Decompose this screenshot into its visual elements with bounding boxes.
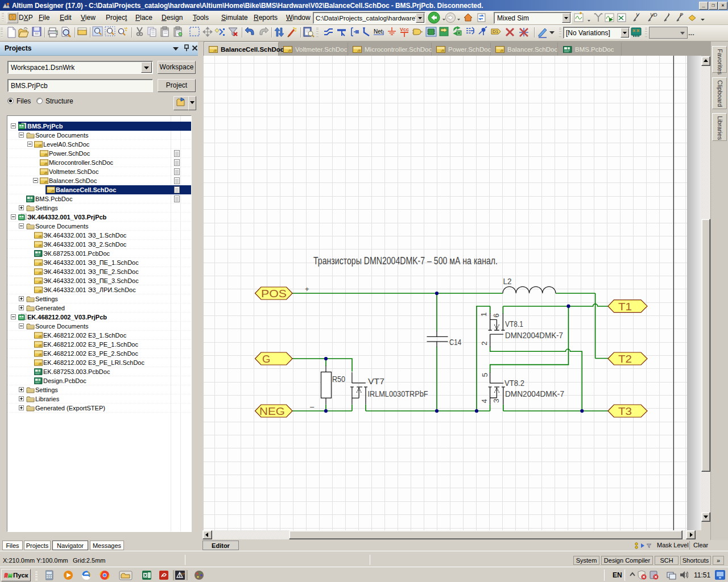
svg-text:6: 6	[492, 313, 500, 317]
svg-text:–: –	[310, 402, 315, 411]
svg-text:P: P	[680, 12, 683, 18]
svg-text:V: V	[636, 12, 640, 18]
svg-text:T3: T3	[618, 405, 632, 417]
svg-text:VD: VD	[650, 12, 657, 18]
svg-text:3: 3	[492, 398, 500, 402]
svg-text:IRLML0030TRPbF: IRLML0030TRPbF	[368, 389, 428, 398]
svg-text:Vcc: Vcc	[400, 27, 409, 32]
svg-text:T2: T2	[618, 353, 632, 365]
svg-text:2: 2	[480, 341, 489, 345]
svg-text:Net: Net	[374, 28, 383, 35]
svg-text:+: +	[305, 285, 309, 293]
svg-text:1: 1	[479, 312, 488, 316]
svg-text:R50: R50	[332, 374, 345, 384]
svg-text:4: 4	[480, 399, 489, 403]
svg-text:VT8.2: VT8.2	[504, 378, 524, 388]
svg-text:POS: POS	[261, 288, 287, 300]
svg-text:17: 17	[181, 572, 185, 576]
svg-text:C14: C14	[449, 337, 461, 347]
svg-text:DMN2004DMK-7: DMN2004DMK-7	[505, 389, 564, 398]
svg-text:DMN2004DMK-7: DMN2004DMK-7	[505, 330, 563, 340]
svg-text:...: ...	[688, 28, 694, 37]
svg-text:L2: L2	[503, 276, 512, 286]
svg-text:VT7: VT7	[368, 376, 384, 386]
svg-text:G: G	[262, 353, 270, 365]
svg-text:5: 5	[481, 373, 489, 377]
svg-text:Транзисторы DMN2004DMK-7 – 500: Транзисторы DMN2004DMK-7 – 500 мА на кан…	[313, 255, 498, 267]
svg-text:T1: T1	[618, 301, 632, 313]
svg-text:D1: D1	[493, 29, 499, 34]
svg-text:VT8.1: VT8.1	[505, 319, 523, 329]
svg-text:NEG: NEG	[259, 405, 285, 417]
